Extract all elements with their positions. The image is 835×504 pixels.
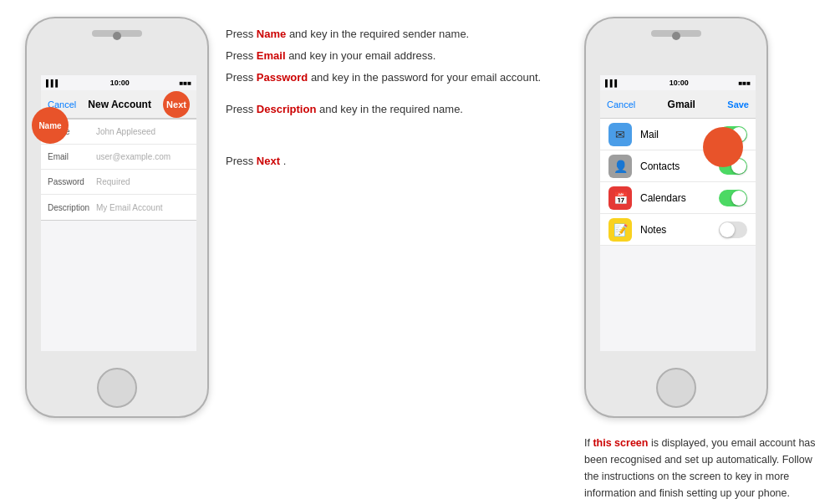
- right-status-time: 10:00: [670, 79, 689, 87]
- notes-toggle[interactable]: [719, 221, 747, 238]
- form-label-email: Email: [48, 152, 96, 161]
- left-next-button[interactable]: Next: [163, 91, 190, 118]
- contacts-highlight-circle: [703, 127, 743, 167]
- right-section: ▌▌▌ 10:00 ■■■ Cancel Gmail Save ✉: [584, 8, 818, 501]
- contacts-label: Contacts: [640, 160, 719, 172]
- right-phone-screen: ▌▌▌ 10:00 ■■■ Cancel Gmail Save ✉: [600, 75, 756, 351]
- name-highlight-label: Name: [38, 121, 61, 130]
- left-signal-icon: ▌▌▌: [46, 79, 60, 87]
- form-label-password: Password: [48, 177, 96, 186]
- right-save-button[interactable]: Save: [727, 99, 749, 109]
- left-battery-icon: ■■■: [179, 79, 191, 87]
- right-signal-icon: ▌▌▌: [605, 79, 619, 87]
- left-status-bar: ▌▌▌ 10:00 ■■■: [41, 75, 196, 90]
- right-nav-bar: Cancel Gmail Save: [600, 90, 756, 119]
- contacts-icon: 👤: [608, 155, 632, 178]
- form-value-name: John Appleseed: [96, 127, 190, 136]
- gmail-item-calendars[interactable]: 📅 Calendars: [600, 182, 756, 214]
- form-value-email: user@example.com: [96, 152, 190, 161]
- calendars-label: Calendars: [640, 192, 719, 204]
- form-row-description[interactable]: Description My Email Account: [41, 195, 196, 220]
- kw-email: Email: [257, 49, 286, 62]
- right-battery-icon: ■■■: [738, 79, 751, 87]
- calendars-icon: 📅: [608, 186, 632, 210]
- form-row-email[interactable]: Email user@example.com: [41, 145, 196, 170]
- instruction-line-5: Press Next .: [226, 152, 568, 171]
- right-phone-camera: [672, 32, 680, 40]
- left-status-time: 10:00: [110, 79, 130, 87]
- right-info-text: If this screen is displayed, you email a…: [584, 435, 818, 501]
- form-row-password[interactable]: Password Required: [41, 170, 196, 195]
- name-highlight-circle: Name: [32, 107, 69, 144]
- form-label-description: Description: [48, 203, 96, 212]
- kw-password: Password: [257, 71, 308, 84]
- form-value-password: Required: [96, 177, 190, 186]
- notes-label: Notes: [640, 224, 719, 236]
- right-info-kw: this screen: [593, 437, 648, 449]
- left-phone-camera: [113, 32, 121, 40]
- mail-icon: ✉: [608, 123, 632, 146]
- right-status-bar: ▌▌▌ 10:00 ■■■: [600, 75, 756, 90]
- left-phone-frame: ▌▌▌ 10:00 ■■■ Cancel New Account Next Na…: [25, 17, 209, 418]
- instructions-panel: Press Name and key in the required sende…: [209, 8, 584, 175]
- kw-description: Description: [257, 103, 317, 115]
- right-nav-title: Gmail: [668, 99, 695, 110]
- right-phone-frame: ▌▌▌ 10:00 ■■■ Cancel Gmail Save ✉: [584, 17, 768, 418]
- instruction-line-4: Press Description and key in the require…: [226, 100, 568, 119]
- instruction-line-2: Press Email and key in your email addres…: [226, 47, 568, 65]
- instruction-line-3: Press Password and key in the password f…: [226, 69, 568, 87]
- notes-icon: 📝: [608, 218, 632, 242]
- left-nav-title: New Account: [88, 99, 151, 110]
- calendars-toggle[interactable]: [719, 190, 747, 206]
- right-cancel-button[interactable]: Cancel: [607, 99, 635, 109]
- form-value-description: My Email Account: [96, 203, 190, 212]
- instruction-line-1: Press Name and key in the required sende…: [226, 25, 568, 43]
- kw-name: Name: [257, 28, 286, 40]
- kw-next: Next: [257, 155, 280, 167]
- gmail-item-notes[interactable]: 📝 Notes: [600, 214, 756, 246]
